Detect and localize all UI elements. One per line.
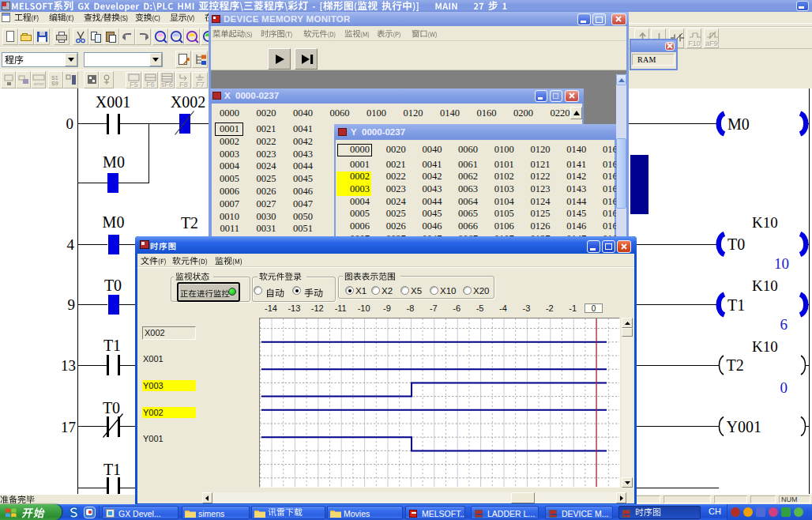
svg-text:X001: X001: [96, 93, 130, 111]
svg-text:K10: K10: [752, 214, 778, 231]
svg-text:T0: T0: [103, 399, 120, 416]
svg-text:10: 10: [774, 255, 789, 272]
svg-text:T1: T1: [727, 296, 745, 314]
svg-text:6: 6: [780, 316, 788, 333]
svg-text:0: 0: [66, 115, 74, 132]
svg-text:K10: K10: [752, 277, 778, 294]
svg-text:M0: M0: [103, 153, 125, 171]
svg-text:K10: K10: [752, 338, 778, 355]
svg-text:0: 0: [780, 379, 788, 396]
svg-text:X002: X002: [171, 93, 205, 111]
svg-text:M0: M0: [727, 115, 750, 133]
svg-text:T0: T0: [104, 277, 122, 294]
svg-text:9: 9: [68, 296, 76, 313]
svg-text:T2: T2: [181, 214, 198, 232]
svg-text:S1: S1: [51, 75, 58, 81]
svg-text:T2: T2: [727, 356, 744, 374]
svg-text:T1: T1: [103, 461, 121, 478]
svg-text:M0: M0: [103, 213, 125, 231]
svg-text:Y001: Y001: [727, 418, 761, 435]
svg-text:error: error: [34, 81, 44, 86]
svg-text:T1: T1: [103, 337, 121, 354]
svg-text:17: 17: [61, 419, 76, 435]
svg-text:S9: S9: [51, 81, 58, 86]
svg-text:4: 4: [67, 236, 75, 253]
svg-text:T0: T0: [727, 236, 745, 253]
svg-text:13: 13: [61, 357, 76, 374]
